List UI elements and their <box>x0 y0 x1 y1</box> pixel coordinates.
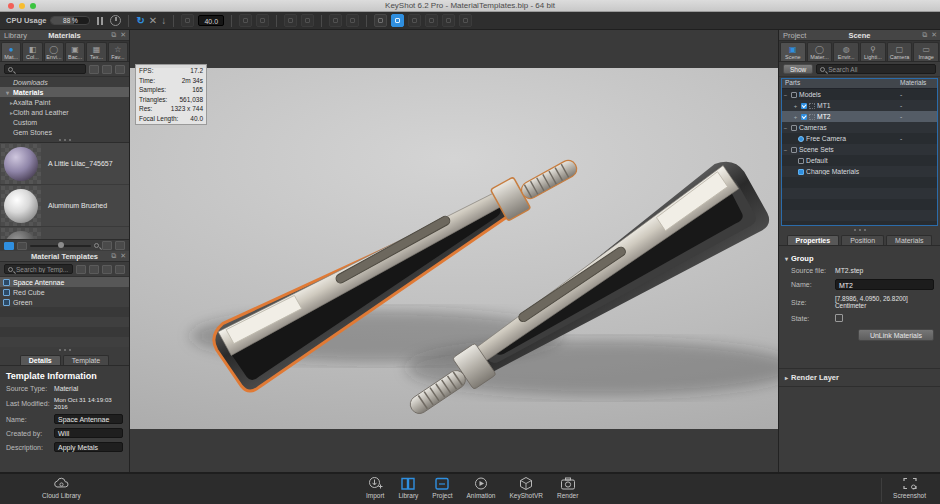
performance-mode-icon[interactable] <box>391 14 404 27</box>
render-button[interactable]: Render <box>557 476 578 499</box>
material-item-lilac[interactable]: A Little Lilac_745657 <box>0 143 129 185</box>
snapshot-tool-icon[interactable] <box>329 14 342 27</box>
collapse-icon[interactable]: ▾ <box>4 89 11 96</box>
import-button[interactable]: Import <box>366 476 384 499</box>
tree-row-models[interactable]: −Models - <box>782 89 937 100</box>
region-render-icon[interactable] <box>110 15 121 26</box>
tab-camera[interactable]: ▢ Camera <box>887 42 913 61</box>
folder-custom[interactable]: Custom <box>0 117 129 127</box>
refresh-library-icon[interactable] <box>115 65 125 74</box>
scene-search-input[interactable]: Search All <box>816 64 936 74</box>
visibility-checkbox[interactable] <box>801 103 807 109</box>
move-tool-icon[interactable] <box>284 14 297 27</box>
reset-camera-icon[interactable]: ↻ <box>136 14 144 27</box>
tab-environments[interactable]: ◯ Envi... <box>44 42 64 61</box>
splitter-handle[interactable] <box>779 227 940 232</box>
expand-icon[interactable]: ▸ <box>4 109 11 116</box>
tree-row-mt1[interactable]: +MT1 - <box>782 100 937 111</box>
walkthrough-tool-icon[interactable] <box>256 14 269 27</box>
parts-column-header[interactable]: Parts <box>782 79 900 88</box>
environment-tool-icon[interactable] <box>374 14 387 27</box>
visibility-checkbox[interactable] <box>801 114 807 120</box>
folder-downloads[interactable]: Downloads <box>0 77 129 87</box>
thumbnail-size-slider[interactable] <box>30 245 91 247</box>
template-item-space-antennae[interactable]: Space Antennae <box>0 277 129 287</box>
folder-gem-stones[interactable]: Gem Stones <box>0 127 129 137</box>
perspective-tool-icon[interactable] <box>239 14 252 27</box>
tree-row-free-camera[interactable]: Free Camera - <box>782 133 937 144</box>
folder-axalta-paint[interactable]: ▸ Axalta Paint <box>0 97 129 107</box>
dolly-tool-icon[interactable]: ↓ <box>161 14 166 27</box>
tree-row-default[interactable]: Default <box>782 155 937 166</box>
tab-template[interactable]: Template <box>63 355 109 365</box>
tab-favorites[interactable]: ☆ Fav... <box>108 42 128 61</box>
tab-properties[interactable]: Properties <box>787 235 840 245</box>
download-icon[interactable] <box>102 241 112 250</box>
show-button[interactable]: Show <box>783 64 813 74</box>
material-item-aluminum[interactable]: Aluminum Brushed <box>0 185 129 227</box>
folder-up-icon[interactable] <box>89 65 99 74</box>
new-folder-icon[interactable] <box>102 65 112 74</box>
templates-close-icon[interactable]: ✕ <box>120 252 126 260</box>
screenshot-button[interactable]: Screenshot <box>893 476 926 499</box>
tab-scene[interactable]: ▣ Scene <box>780 42 806 61</box>
template-item-green[interactable]: Green <box>0 297 129 307</box>
import-template-icon[interactable] <box>102 265 112 274</box>
focal-length-value[interactable]: 40.0 <box>198 15 224 26</box>
materials-column-header[interactable]: Materials <box>900 79 926 88</box>
panel-toggle-icon[interactable] <box>459 14 472 27</box>
animation-button[interactable]: Animation <box>467 476 496 499</box>
tab-backplates[interactable]: ▣ Bac... <box>65 42 85 61</box>
list-view-icon[interactable] <box>4 242 14 250</box>
cloud-library-button[interactable]: Cloud Library <box>42 476 81 499</box>
delete-template-icon[interactable] <box>115 265 125 274</box>
tab-material[interactable]: ◯ Mater... <box>807 42 833 61</box>
grid-view-icon[interactable] <box>17 242 27 250</box>
templates-popout-icon[interactable]: ⧉ <box>111 252 116 260</box>
unlink-materials-button[interactable]: UnLink Materials <box>858 329 934 341</box>
project-close-icon[interactable]: ✕ <box>931 31 937 39</box>
project-popout-icon[interactable]: ⧉ <box>922 31 927 39</box>
expand-icon[interactable]: ▸ <box>4 99 11 106</box>
pause-button[interactable] <box>94 15 106 27</box>
tab-position[interactable]: Position <box>841 235 884 245</box>
cpu-usage-slider[interactable]: 88 % <box>50 16 90 25</box>
duplicate-template-icon[interactable] <box>89 265 99 274</box>
tab-colors[interactable]: ◧ Col... <box>22 42 42 61</box>
tab-materials[interactable]: ● Mat... <box>1 42 21 61</box>
folder-icon[interactable] <box>115 241 125 250</box>
tree-row-change-materials[interactable]: Change Materials <box>782 166 937 177</box>
tree-row-scene-sets[interactable]: −Scene Sets <box>782 144 937 155</box>
folder-cloth-and-leather[interactable]: ▸ Cloth and Leather <box>0 107 129 117</box>
created-by-field[interactable]: Will <box>54 428 123 438</box>
tab-textures[interactable]: ▦ Tex... <box>86 42 106 61</box>
add-template-icon[interactable] <box>76 265 86 274</box>
material-item-partial[interactable] <box>0 227 129 239</box>
template-item-red-cube[interactable]: Red Cube <box>0 287 129 297</box>
tab-details[interactable]: Details <box>20 355 61 365</box>
templates-search-input[interactable]: Search by Temp... <box>4 264 73 274</box>
geometry-view-icon[interactable] <box>301 14 314 27</box>
library-popout-icon[interactable]: ⧉ <box>111 31 116 39</box>
template-name-field[interactable]: Space Antennae <box>54 414 123 424</box>
grid-tool-icon[interactable] <box>346 14 359 27</box>
tree-row-mt2[interactable]: +MT2 - <box>782 111 937 122</box>
realtime-viewport[interactable]: FPS:17.2 Time:2m 34s Samples:165 Triangl… <box>130 30 778 472</box>
render-area[interactable] <box>130 68 778 429</box>
library-search-input[interactable] <box>4 64 86 74</box>
description-field[interactable]: Apply Metals <box>54 442 123 452</box>
group-section-header[interactable]: ▾ Group <box>779 250 940 267</box>
folder-materials[interactable]: ▾ Materials <box>0 87 129 97</box>
tab-lighting[interactable]: ⚲ Lighti... <box>860 42 886 61</box>
tab-environment[interactable]: ◍ Envir... <box>833 42 859 61</box>
library-close-icon[interactable]: ✕ <box>120 31 126 39</box>
tab-materials-props[interactable]: Materials <box>886 235 932 245</box>
tumble-tool-icon[interactable]: ✕ <box>149 14 157 27</box>
project-button[interactable]: Project <box>432 476 452 499</box>
library-button[interactable]: Library <box>398 476 418 499</box>
tab-image[interactable]: ▭ Image <box>913 42 939 61</box>
zoom-icon[interactable] <box>94 243 99 248</box>
keyshotvr-button[interactable]: KeyShotVR <box>509 476 543 499</box>
fullscreen-tool-icon[interactable] <box>425 14 438 27</box>
focal-length-icon[interactable] <box>181 14 194 27</box>
